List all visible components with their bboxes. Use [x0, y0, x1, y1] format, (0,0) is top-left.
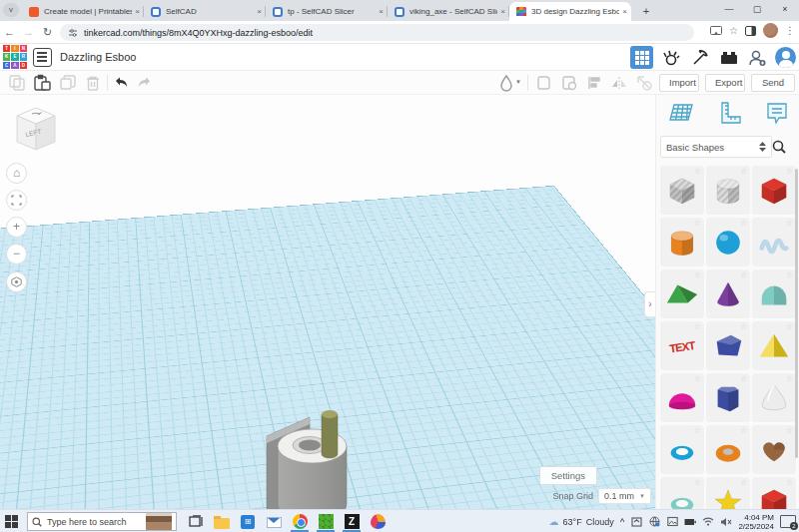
snap-grid-dropdown[interactable]: 0.1 mm ▼ [598, 488, 651, 504]
shape-star[interactable]: ☆ [706, 477, 750, 509]
zoom-out-button[interactable]: − [6, 244, 27, 265]
3d-viewport[interactable]: LEFT ⌂ + − Settings Snap Grid 0.1 mm ▼ › [0, 95, 655, 509]
ruler-tool-icon[interactable] [717, 100, 743, 128]
design-menu-icon[interactable] [33, 48, 52, 67]
site-settings-icon[interactable] [68, 28, 78, 38]
settings-button[interactable]: Settings [539, 466, 597, 485]
shape-text[interactable]: TEXT☆ [660, 321, 704, 370]
account-avatar[interactable] [775, 47, 796, 68]
shape-hole-cylinder[interactable]: ☆ [706, 166, 750, 215]
trash-icon[interactable] [84, 74, 102, 92]
shape-paraboloid[interactable]: ☆ [752, 373, 796, 422]
shape-box[interactable]: ☆ [752, 166, 796, 215]
shape-prism[interactable]: ☆ [706, 373, 750, 422]
favorite-star-icon[interactable]: ☆ [786, 426, 793, 435]
workplane-icon[interactable] [666, 100, 696, 128]
favorite-star-icon[interactable]: ☆ [740, 219, 747, 228]
minimize-button[interactable]: — [715, 0, 743, 20]
forward-button[interactable]: → [19, 26, 38, 38]
view-cube[interactable]: LEFT [10, 101, 62, 153]
favorite-star-icon[interactable]: ☆ [786, 167, 793, 176]
favorite-star-icon[interactable]: ☆ [786, 374, 793, 383]
invite-collaborator-button[interactable] [746, 46, 769, 69]
favorite-star-icon[interactable]: ☆ [740, 167, 747, 176]
send-to-button[interactable]: Send To [751, 74, 795, 92]
mirror-icon[interactable] [610, 74, 628, 92]
cast-icon[interactable] [710, 26, 722, 36]
back-button[interactable]: ← [0, 26, 19, 38]
shape-cylinder[interactable]: ☆ [660, 218, 704, 266]
model-cylinder-holder[interactable] [255, 394, 370, 509]
maximize-button[interactable]: ▢ [743, 0, 771, 20]
close-button[interactable]: × [771, 0, 799, 20]
browser-profile-avatar[interactable] [763, 23, 778, 38]
favorite-star-icon[interactable]: ☆ [694, 322, 701, 331]
tab-close-icon[interactable]: × [135, 7, 140, 16]
tab-close-icon[interactable]: × [257, 7, 262, 16]
shape-search-button[interactable] [772, 140, 796, 154]
perspective-toggle-button[interactable] [6, 271, 27, 292]
mail-button[interactable] [262, 512, 286, 531]
flame-browser-button[interactable] [366, 512, 390, 531]
shape-roof[interactable]: ☆ [660, 269, 704, 318]
mode-minecraft-button[interactable] [688, 46, 711, 69]
color-drop-icon[interactable] [497, 74, 515, 92]
favorite-star-icon[interactable]: ☆ [694, 167, 701, 176]
panel-collapse-handle[interactable]: › [644, 291, 655, 317]
shape-ring[interactable]: ☆ [660, 477, 704, 509]
wifi-icon[interactable] [702, 516, 714, 528]
shape-torus[interactable]: ☆ [706, 425, 750, 474]
align-icon[interactable] [585, 74, 603, 92]
shape-round-roof[interactable]: ☆ [752, 269, 796, 318]
group-icon[interactable] [535, 74, 553, 92]
tab-close-icon[interactable]: × [500, 7, 505, 16]
shape-cone[interactable]: ☆ [706, 269, 750, 318]
paste-icon[interactable] [33, 74, 51, 92]
chrome-button[interactable] [288, 512, 312, 531]
favorite-star-icon[interactable]: ☆ [740, 270, 747, 279]
mode-lego-button[interactable] [717, 46, 740, 69]
tab-search-chevron-icon[interactable]: v [3, 3, 19, 17]
side-panel-icon[interactable] [745, 26, 756, 36]
volume-muted-icon[interactable] [720, 516, 732, 528]
shape-tube[interactable]: ☆ [660, 425, 704, 474]
import-button[interactable]: Import [659, 74, 699, 92]
ruler-icon[interactable] [635, 74, 653, 92]
window-icon[interactable] [630, 516, 642, 528]
file-explorer-button[interactable] [210, 512, 234, 531]
start-icon[interactable] [5, 515, 18, 528]
favorite-star-icon[interactable]: ☆ [740, 478, 747, 487]
favorite-star-icon[interactable]: ☆ [786, 270, 793, 279]
tinkercad-logo[interactable]: TINKERCAD [3, 45, 27, 69]
task-view-button[interactable] [184, 512, 208, 531]
battery-icon[interactable] [684, 516, 696, 528]
minecraft-button[interactable] [314, 512, 338, 531]
z-app-button[interactable]: Z [340, 512, 364, 531]
address-bar[interactable]: tinkercad.com/things/8mX4Q0YXHxg-dazzlin… [60, 24, 694, 41]
panel-scrollbar[interactable] [795, 169, 798, 458]
browser-tab-0[interactable]: Create model | Printables.com× [22, 2, 144, 21]
browser-tab-1[interactable]: SelfCAD× [144, 2, 266, 21]
kebab-menu-icon[interactable]: ⋮ [785, 25, 795, 36]
shape-half-sphere[interactable]: ☆ [660, 373, 704, 422]
favorite-star-icon[interactable]: ☆ [786, 478, 793, 487]
tab-close-icon[interactable]: × [379, 7, 384, 16]
shape-heart[interactable]: ☆ [752, 425, 796, 474]
favorite-star-icon[interactable]: ☆ [694, 478, 701, 487]
shape-scribble[interactable]: ☆ [752, 218, 796, 266]
zoom-in-button[interactable]: + [6, 217, 27, 238]
mode-circuits-button[interactable] [659, 46, 682, 69]
new-tab-button[interactable]: + [639, 4, 653, 18]
home-view-button[interactable]: ⌂ [6, 163, 27, 184]
notification-icon[interactable]: 2 [780, 515, 796, 528]
clock[interactable]: 4:04 PM 2/25/2024 [738, 513, 774, 531]
photos-icon[interactable] [666, 516, 678, 528]
favorite-star-icon[interactable]: ☆ [740, 374, 747, 383]
refresh-button[interactable]: ↻ [38, 26, 57, 39]
export-button[interactable]: Export [705, 74, 745, 92]
favorite-star-icon[interactable]: ☆ [694, 426, 701, 435]
favorite-star-icon[interactable]: ☆ [694, 270, 701, 279]
store-button[interactable]: ⊞ [236, 512, 260, 531]
caret-down-icon[interactable]: ▼ [515, 79, 521, 85]
redo-icon[interactable] [136, 74, 154, 92]
